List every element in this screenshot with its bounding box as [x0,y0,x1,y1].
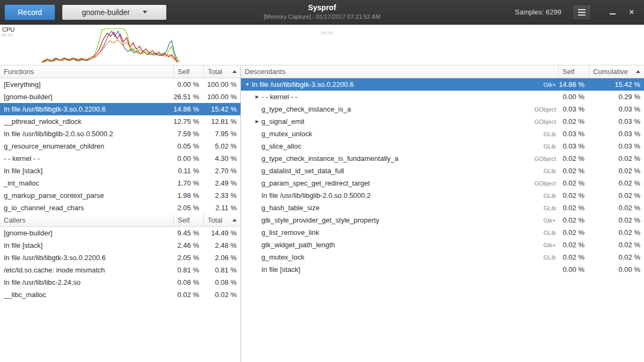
tree-row[interactable]: gtk_style_provider_get_style_propertyGtk… [241,214,644,226]
column-label: Functions [4,68,34,76]
column-header-descendants[interactable]: Descendants [241,65,558,78]
tree-row[interactable]: g_mutex_lockGLib0.02 %0.02 % [241,251,644,263]
cell-total-percent: 2.48 % [203,241,240,249]
column-header-total[interactable]: Total [203,214,240,226]
cell-function-name: g_type_check_instance_is_a [261,105,524,113]
column-label: Total [208,216,222,224]
table-row[interactable]: [gnome-builder]26.51 %100.00 % [0,91,240,103]
column-header-total[interactable]: Total [203,65,240,78]
tree-row[interactable]: g_type_check_instance_is_aGObject0.03 %0… [241,103,644,115]
cell-self-percent: 2.05 % [173,254,203,262]
tree-row[interactable]: gtk_widget_path_lengthGtk+0.02 %0.02 % [241,239,644,251]
cpu-series-red [42,32,178,62]
cell-function-name: [Everything] [0,80,173,88]
cell-library-tag: GLib [524,254,558,261]
table-row[interactable]: /etc/ld.so.cache: inode mismatch0.81 %0.… [0,264,240,276]
cell-function-name: g_mutex_unlock [261,130,524,138]
cell-function-name: g_resource_enumerate_children [0,142,173,150]
cell-function-name: In file /usr/lib/libglib-2.0.so.0.5000.2 [0,130,173,138]
record-button[interactable]: Record [4,4,55,20]
expander-icon[interactable]: ▼ [243,82,252,87]
cell-total-percent: 2.11 % [203,204,240,212]
column-header-functions[interactable]: Functions [0,65,173,78]
process-selector-dropdown[interactable]: gnome-builder [62,4,167,20]
cell-library-tag: GLib [524,205,558,211]
table-row[interactable]: In file /usr/lib/libgtk-3.so.0.2200.62.0… [0,252,240,264]
tree-row[interactable]: g_slice_allocGLib0.03 %0.03 % [241,140,644,152]
cell-total-percent: 12.81 % [203,117,240,125]
cpu-graph[interactable]: CPU 00:00 00:30 [0,25,644,65]
column-header-self[interactable]: Self [173,214,203,226]
expander-icon[interactable]: ▶ [253,119,261,124]
column-header-self[interactable]: Self [558,65,589,78]
tree-row[interactable]: g_datalist_id_set_data_fullGLib0.02 %0.0… [241,165,644,177]
table-row[interactable]: In file /usr/lib/libc-2.24.so0.08 %0.08 … [0,276,240,289]
table-row[interactable]: __pthread_rwlock_rdlock12.75 %12.81 % [0,115,240,128]
table-row[interactable]: g_io_channel_read_chars2.05 %2.11 % [0,202,240,214]
sort-indicator-icon [636,70,640,73]
cell-library-tag: GLib [524,143,558,150]
callers-rows: [gnome-builder]9.45 %14.49 %In file [sta… [0,227,240,301]
cell-cumulative-percent: 0.00 % [589,265,644,274]
table-row[interactable]: __libc_malloc0.02 %0.02 % [0,289,240,301]
cell-function-name: In file /usr/lib/libgtk-3.so.0.2200.6 [0,105,173,113]
column-header-callers[interactable]: Callers [0,214,173,226]
left-pane: Functions Self Total [Everything]0.00 %1… [0,65,240,362]
tree-row[interactable]: In file /usr/lib/libglib-2.0.so.0.5000.2… [241,189,644,202]
cell-library-tag: GObject [524,180,558,187]
table-row[interactable]: [gnome-builder]9.45 %14.49 % [0,227,240,239]
cell-total-percent: 0.81 % [203,266,240,274]
table-row[interactable]: In file [stack]0.11 %2.70 % [0,165,240,177]
table-row[interactable]: g_markup_parse_context_parse1.98 %2.33 % [0,189,240,202]
tree-row[interactable]: g_list_remove_linkGLib0.02 %0.02 % [241,226,644,239]
tree-row[interactable]: ▶g_signal_emitGObject0.02 %0.03 % [241,115,644,128]
functions-table-header: Functions Self Total [0,65,240,78]
table-row[interactable]: In file [stack]2.46 %2.48 % [0,239,240,252]
table-row[interactable]: g_resource_enumerate_children0.05 %5.02 … [0,140,240,152]
cell-self-percent: 12.75 % [173,117,203,125]
functions-rows: [Everything]0.00 %100.00 %[gnome-builder… [0,78,240,214]
cell-function-name: /etc/ld.so.cache: inode mismatch [0,266,173,274]
cell-self-percent: 9.45 % [173,229,203,237]
table-row[interactable]: _int_malloc1.70 %2.49 % [0,177,240,189]
tree-row[interactable]: g_param_spec_get_redirect_targetGObject0… [241,177,644,189]
menu-button[interactable] [572,4,591,20]
column-header-cumulative[interactable]: Cumulative [589,65,644,78]
cell-self-percent: 2.46 % [173,241,203,249]
cell-library-tag: GObject [524,156,558,162]
tree-row[interactable]: ▼In file /usr/lib/libgtk-3.so.0.2200.6Gt… [241,78,644,91]
time-tick-mid: 00:30 [321,31,333,35]
tree-row[interactable]: ▶- - kernel - -0.00 %0.29 % [241,91,644,103]
tree-row[interactable]: g_type_check_instance_is_fundamentally_a… [241,152,644,165]
cell-self-percent: 0.05 % [173,142,203,150]
time-tick-start: 00:00 [1,33,13,38]
cell-function-name: g_io_channel_read_chars [0,204,173,212]
headerbar-right: Samples: 6299 ✕ [515,4,640,20]
column-header-self[interactable]: Self [173,65,203,78]
cell-function-name: [gnome-builder] [0,93,173,101]
cell-library-tag: GObject [524,119,558,125]
descendants-rows: ▼In file /usr/lib/libgtk-3.so.0.2200.6Gt… [241,78,644,276]
tree-row[interactable]: g_hash_table_sizeGLib0.02 %0.02 % [241,202,644,214]
callers-table-header: Callers Self Total [0,214,240,227]
cell-self-percent: 0.03 % [558,105,589,113]
tree-row[interactable]: In file [stack]0.00 %0.00 % [241,263,644,276]
tree-row[interactable]: g_mutex_unlockGLib0.03 %0.03 % [241,128,644,140]
table-row[interactable]: In file /usr/lib/libglib-2.0.so.0.5000.2… [0,128,240,140]
table-row[interactable]: [Everything]0.00 %100.00 % [0,78,240,91]
cell-self-percent: 0.00 % [173,154,203,162]
table-row[interactable]: In file /usr/lib/libgtk-3.so.0.2200.614.… [0,103,240,115]
window-title: Sysprof [264,3,380,13]
cell-total-percent: 14.49 % [203,229,240,237]
cell-cumulative-percent: 0.02 % [589,191,644,200]
cpu-label: CPU [2,26,14,33]
column-label: Cumulative [593,68,628,76]
close-button[interactable]: ✕ [624,4,640,20]
cell-self-percent: 0.02 % [558,191,589,200]
expander-icon[interactable]: ▶ [253,94,261,99]
table-row[interactable]: - - kernel - -0.00 %4.30 % [0,152,240,165]
minimize-button[interactable] [604,4,620,20]
descendants-table-header: Descendants Self Cumulative [241,65,644,78]
cell-cumulative-percent: 0.02 % [589,154,644,162]
column-label: Total [208,68,222,76]
